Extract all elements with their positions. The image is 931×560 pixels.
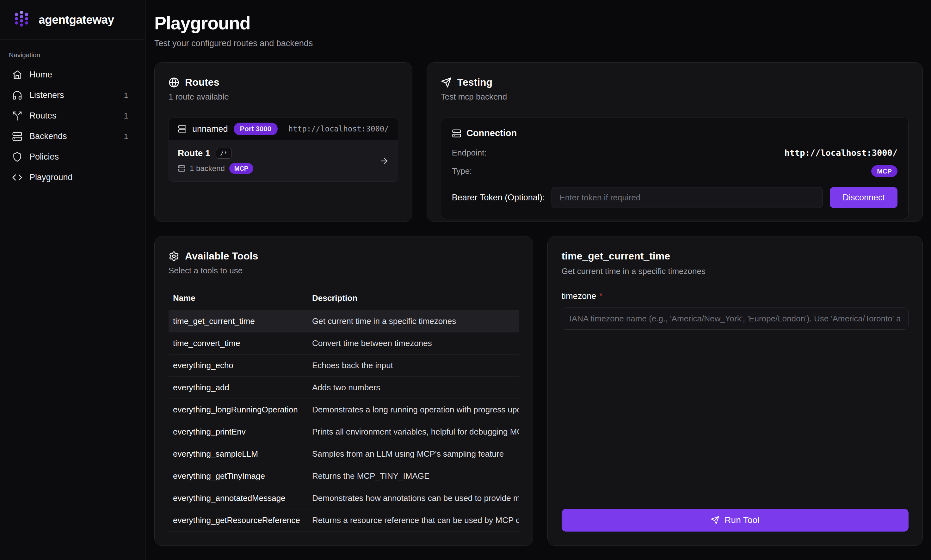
connection-type-badge: MCP [871, 165, 897, 177]
sidebar-item-backends[interactable]: Backends 1 [5, 126, 141, 147]
tools-card-subtitle: Select a tools to use [168, 266, 519, 275]
server-icon [178, 165, 185, 172]
tool-name: everything_getTinyImage [168, 465, 308, 487]
required-marker: * [599, 292, 602, 300]
code-icon [12, 172, 22, 183]
tool-name: everything_add [168, 377, 308, 399]
tool-runner-title: time_get_current_time [562, 250, 909, 262]
agentgateway-logo-icon [11, 10, 32, 30]
tool-name: everything_sampleLLM [168, 443, 308, 465]
tool-description: Demonstrates how annotations can be used… [308, 487, 519, 509]
tool-description: Returns a resource reference that can be… [308, 509, 519, 532]
sidebar-item-home[interactable]: Home [5, 65, 141, 85]
sidebar-item-badge: 1 [124, 112, 128, 120]
tool-row[interactable]: everything_printEnv Prints all environme… [168, 421, 519, 443]
sidebar-item-badge: 1 [124, 91, 128, 100]
tool-row[interactable]: time_get_current_time Get current time i… [168, 310, 519, 332]
sidebar-item-label: Home [29, 70, 133, 80]
tool-row[interactable]: everything_echo Echoes back the input [168, 355, 519, 377]
testing-card-title: Testing [457, 77, 492, 88]
type-label: Type: [452, 166, 472, 176]
tool-row[interactable]: everything_getTinyImage Returns the MCP_… [168, 465, 519, 487]
available-tools-card: Available Tools Select a tools to use Na… [154, 236, 533, 546]
server-icon [12, 131, 22, 142]
listener-url: http://localhost:3000/ [288, 125, 389, 133]
sidebar-nav-section: Navigation Home Listeners 1 Routes 1 Bac… [0, 40, 145, 195]
tool-description: Returns the MCP_TINY_IMAGE [308, 465, 519, 487]
server-icon [178, 125, 187, 133]
globe-icon [168, 77, 179, 88]
testing-card-subtitle: Test mcp backend [441, 92, 909, 102]
tool-name: everything_longRunningOperation [168, 399, 308, 421]
sidebar-item-label: Playground [29, 172, 133, 182]
route-path-badge: /* [216, 148, 232, 158]
sidebar-item-label: Routes [29, 111, 117, 121]
tool-name: everything_getResourceReference [168, 509, 308, 532]
tool-name: everything_annotatedMessage [168, 487, 308, 509]
sidebar-item-label: Backends [29, 131, 117, 141]
server-icon [452, 129, 461, 138]
listener-row: unnamed Port 3000 http://localhost:3000/ [168, 118, 398, 140]
sidebar-item-listeners[interactable]: Listeners 1 [5, 85, 141, 106]
connection-panel: Connection Endpoint: http://localhost:30… [441, 118, 909, 219]
sidebar-item-badge: 1 [124, 132, 128, 141]
timezone-field-label: timezone [562, 291, 597, 301]
send-icon [711, 516, 720, 525]
sidebar-item-policies[interactable]: Policies [5, 147, 141, 167]
page-subtitle: Test your configured routes and backends [154, 38, 923, 48]
split-icon [12, 111, 22, 121]
tool-description: Adds two numbers [308, 377, 519, 399]
nav-section-label: Navigation [9, 51, 141, 59]
tool-description: Samples from an LLM using MCP's sampling… [308, 443, 519, 465]
tool-description: Get current time in a specific timezones [308, 310, 519, 332]
routes-card-subtitle: 1 route available [168, 92, 398, 102]
tool-description: Demonstrates a long running operation wi… [308, 399, 519, 421]
column-header-name: Name [168, 289, 308, 310]
routes-card-title: Routes [185, 77, 219, 88]
tool-row[interactable]: everything_longRunningOperation Demonstr… [168, 399, 519, 421]
connection-title: Connection [467, 128, 517, 138]
arrow-right-icon [379, 156, 389, 166]
sidebar-item-playground[interactable]: Playground [5, 167, 141, 188]
tool-description: Convert time between timezones [308, 332, 519, 355]
route-item[interactable]: Route 1 /* 1 backend MCP [168, 140, 398, 182]
sidebar-header: agentgateway [0, 0, 145, 40]
sidebar-nav: Home Listeners 1 Routes 1 Backends 1 Pol… [5, 65, 141, 188]
route-type-badge: MCP [229, 163, 253, 174]
tool-row[interactable]: everything_sampleLLM Samples from an LLM… [168, 443, 519, 465]
endpoint-value: http://localhost:3000/ [784, 148, 897, 158]
route-name: Route 1 [178, 148, 210, 158]
shield-icon [12, 152, 22, 162]
tool-name: everything_echo [168, 355, 308, 377]
app-root: agentgateway Navigation Home Listeners 1… [0, 0, 931, 560]
sidebar: agentgateway Navigation Home Listeners 1… [0, 0, 145, 560]
route-backend-count: 1 backend [190, 164, 225, 173]
tool-row[interactable]: everything_annotatedMessage Demonstrates… [168, 487, 519, 509]
home-icon [12, 69, 22, 80]
disconnect-button[interactable]: Disconnect [830, 187, 897, 208]
tool-runner-card: time_get_current_time Get current time i… [547, 236, 923, 546]
tool-row[interactable]: everything_add Adds two numbers [168, 377, 519, 399]
sidebar-item-routes[interactable]: Routes 1 [5, 106, 141, 126]
main-content: Playground Test your configured routes a… [145, 0, 931, 560]
tool-name: time_convert_time [168, 332, 308, 355]
headphones-icon [12, 90, 22, 100]
tool-description: Echoes back the input [308, 355, 519, 377]
tool-name: everything_printEnv [168, 421, 308, 443]
timezone-input[interactable] [562, 308, 909, 329]
run-tool-button[interactable]: Run Tool [562, 509, 909, 532]
tool-row[interactable]: everything_getResourceReference Returns … [168, 509, 519, 532]
send-icon [441, 77, 452, 88]
gear-icon [168, 251, 179, 262]
tool-row[interactable]: time_convert_time Convert time between t… [168, 332, 519, 355]
tool-name: time_get_current_time [168, 310, 308, 332]
routes-card: Routes 1 route available unnamed Port 30… [154, 62, 412, 222]
endpoint-label: Endpoint: [452, 148, 487, 158]
run-tool-label: Run Tool [724, 515, 759, 525]
tools-card-title: Available Tools [185, 250, 258, 262]
tool-runner-subtitle: Get current time in a specific timezones [562, 266, 909, 276]
sidebar-item-label: Policies [29, 152, 133, 162]
page-title: Playground [154, 12, 923, 34]
testing-card: Testing Test mcp backend Connection Endp… [427, 62, 923, 222]
bearer-token-input[interactable] [552, 187, 823, 208]
